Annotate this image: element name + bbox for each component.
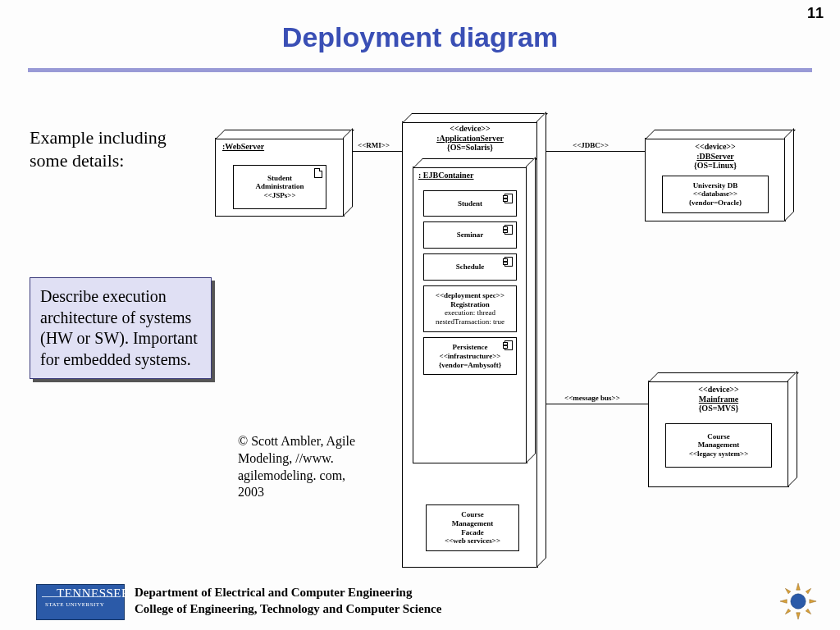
connector-jdbc-label: <<JDBC>> [573,141,609,149]
tsu-logo-main: TENNESSEE [57,587,130,600]
node-webserver: :WebServer Student Administration <<JSPs… [215,138,345,217]
component-coursemgmt: Course Management <<legacy system>> [665,423,772,468]
component-seminar: Seminar [423,221,517,249]
svg-marker-1 [797,583,801,590]
connector-mbus [536,404,648,404]
document-icon [314,168,322,178]
page-number: 11 [807,5,824,22]
component-schedule: Schedule [423,253,517,281]
credit-text: © Scott Ambler, Agile Modeling, //www. a… [238,433,369,501]
page-title: Deployment diagram [0,21,840,53]
nsf-logo-icon [779,582,817,620]
component-icon [504,340,513,350]
svg-marker-8 [806,609,810,614]
tsu-logo: TENNESSEE STATE UNIVERSITY [36,584,125,620]
svg-point-0 [791,594,806,609]
description-box: Describe execution architecture of syste… [30,277,212,379]
node-mainframe: <<device>> Mainframe {OS=MVS} Course Man… [648,381,789,487]
connector-jdbc [545,151,645,152]
diagram-canvas: Example including some details: Describe… [0,97,840,573]
node-ejbcontainer: : EJBContainer Student Seminar Schedule … [413,167,527,463]
intro-text: Example including some details: [30,126,169,171]
node-dbserver: <<device>> :DBServer {OS=Linux} Universi… [645,138,786,221]
svg-marker-4 [810,600,816,604]
component-persistence: Persistence <<infrastructure>> {vendor=A… [423,337,517,375]
title-divider [28,68,812,72]
connector-mbus-label: <<message bus>> [564,394,620,402]
component-universitydb: University DB <<database>> {vendor=Oracl… [662,176,769,213]
tsu-logo-sub: STATE UNIVERSITY [45,601,104,608]
component-icon [504,225,513,235]
node-appserver: <<device>> :ApplicationServer {OS=Solari… [402,121,538,568]
svg-marker-3 [780,600,787,604]
node-ejb-title: : EJBContainer [413,167,527,180]
node-appserver-title: <<device>> :ApplicationServer {OS=Solari… [403,122,537,153]
component-student: Student [423,190,517,217]
node-mainframe-title: <<device>> Mainframe {OS=MVS} [649,381,788,413]
component-facade: Course Management Facade <<web services>… [426,504,519,551]
component-icon [504,257,513,267]
svg-marker-6 [806,588,810,593]
connector-rmi-label: <<RMI>> [358,141,390,149]
node-webserver-title: :WebServer [216,139,344,152]
component-jsp: Student Administration <<JSPs>> [233,165,326,209]
component-icon [504,194,513,203]
svg-marker-5 [785,588,790,593]
footer: TENNESSEE STATE UNIVERSITY Department of… [0,576,840,620]
footer-text: Department of Electrical and Computer En… [135,585,441,617]
node-dbserver-title: <<device>> :DBServer {OS=Linux} [646,139,785,171]
component-deployspec: <<deployment spec>> Registration executi… [423,285,517,332]
svg-marker-7 [785,609,790,614]
svg-marker-2 [797,613,801,619]
